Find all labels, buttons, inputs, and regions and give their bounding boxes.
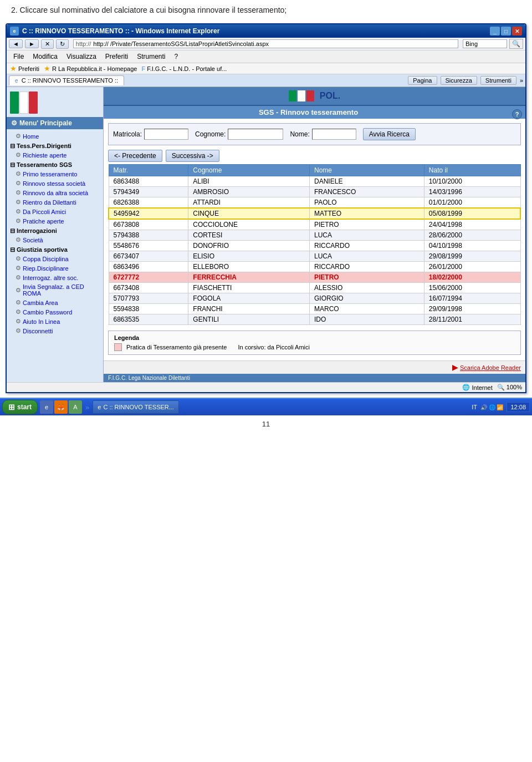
cell-cognome[interactable]: DONOFRIO (188, 241, 310, 251)
cell-nome[interactable]: ALESSIO (310, 283, 424, 293)
fav-item-repubblica[interactable]: ★ R La Repubblica.it - Homepage (44, 64, 137, 73)
taskbar-app-icon[interactable]: A (69, 400, 82, 414)
cell-nome[interactable]: PIETRO (310, 272, 424, 283)
cell-nato[interactable]: 28/06/2000 (424, 230, 520, 241)
menu-preferiti[interactable]: Preferiti (101, 52, 132, 62)
sidebar-item-piccoli-amici[interactable]: ⚙ Da Piccoli Amici (7, 207, 103, 216)
sidebar-item-coppa[interactable]: ⚙ Coppa Disciplina (7, 254, 103, 263)
menu-strumenti[interactable]: Strumenti (132, 52, 170, 62)
sidebar-item-invia-segnalaz[interactable]: ⚙ Invia Segnalaz. a CED ROMA (7, 282, 103, 298)
table-row[interactable]: 5707793FOGOLAGIORGIO16/07/1994 (109, 293, 520, 304)
table-row[interactable]: 5594838FRANCHIMARCO29/09/1998 (109, 304, 520, 314)
sidebar-item-richieste-aperte[interactable]: ⚙ Richieste aperte (7, 150, 103, 160)
cell-nome[interactable]: PIETRO (310, 219, 424, 230)
refresh-button[interactable]: ↻ (56, 39, 69, 49)
cell-nome[interactable]: MATTEO (310, 208, 424, 219)
cell-matr[interactable]: 6673407 (109, 251, 188, 262)
cell-nato[interactable]: 26/01/2000 (424, 262, 520, 272)
sidebar-item-aiuto[interactable]: ⚙ Aiuto In Linea (7, 317, 103, 326)
cell-nato[interactable]: 24/04/1998 (424, 219, 520, 230)
cell-matr[interactable]: 5794349 (109, 187, 188, 197)
cell-matr[interactable]: 5548676 (109, 241, 188, 251)
sicurezza-button[interactable]: Sicurezza (441, 76, 477, 85)
cell-matr[interactable]: 6673808 (109, 219, 188, 230)
cell-nome[interactable]: RICCARDO (310, 262, 424, 272)
forward-button[interactable]: ► (25, 39, 39, 48)
sidebar-item-interrogaz-altre[interactable]: ⚙ Interrogaz. altre soc. (7, 273, 103, 282)
table-row[interactable]: 6863496ELLEBORORICCARDO26/01/2000 (109, 262, 520, 272)
address-url[interactable]: http:// /Private/TesseramentoSGS/ListaPr… (93, 40, 456, 47)
table-row[interactable]: 6673408FIASCHETTIALESSIO15/06/2000 (109, 283, 520, 293)
table-row[interactable]: 5548676DONOFRIORICCARDO04/10/1998 (109, 241, 520, 251)
menu-visualizza[interactable]: Visualizza (62, 52, 101, 62)
cell-nome[interactable]: IDO (310, 314, 424, 325)
cell-nato[interactable]: 10/10/2000 (424, 176, 520, 187)
cell-matr[interactable]: 6863488 (109, 176, 188, 187)
cell-matr[interactable]: 5794388 (109, 230, 188, 241)
cell-nato[interactable]: 01/01/2000 (424, 197, 520, 209)
table-row[interactable]: 6673407ELISIOLUCA29/08/1999 (109, 251, 520, 262)
cell-cognome[interactable]: FOGOLA (188, 293, 310, 304)
cell-cognome[interactable]: ELISIO (188, 251, 310, 262)
adobe-label[interactable]: Scarica Adobe Reader (460, 364, 521, 371)
table-row[interactable]: 5495942CINQUEMATTEO05/08/1999 (109, 208, 520, 219)
cell-nato[interactable]: 16/07/1994 (424, 293, 520, 304)
cell-nato[interactable]: 04/10/1998 (424, 241, 520, 251)
table-row[interactable]: 5794388CORTESILUCA28/06/2000 (109, 230, 520, 241)
sidebar-item-societa[interactable]: ⚙ Società (7, 235, 103, 245)
sidebar-item-primo-tess[interactable]: ⚙ Primo tesseramento (7, 169, 103, 179)
cell-nome[interactable]: PAOLO (310, 197, 424, 209)
cell-nato[interactable]: 05/08/1999 (424, 208, 520, 219)
cell-nato[interactable]: 18/02/2000 (424, 272, 520, 283)
cell-nome[interactable]: LUCA (310, 230, 424, 241)
close-button[interactable]: ✕ (512, 27, 522, 35)
sidebar-item-pratiche-aperte[interactable]: ⚙ Pratiche aperte (7, 216, 103, 226)
cell-cognome[interactable]: FRANCHI (188, 304, 310, 314)
help-icon[interactable]: ? (512, 109, 522, 119)
sidebar-item-cambia-area[interactable]: ⚙ Cambia Area (7, 298, 103, 307)
prev-button[interactable]: <- Precedente (108, 150, 162, 162)
avvia-ricerca-button[interactable]: Avvia Ricerca (363, 128, 416, 140)
cell-matr[interactable]: 5707793 (109, 293, 188, 304)
cell-cognome[interactable]: FIASCHETTI (188, 283, 310, 293)
cell-nato[interactable]: 29/09/1998 (424, 304, 520, 314)
pagina-button[interactable]: Pagina (408, 76, 437, 85)
taskbar-ie-icon[interactable]: e (40, 400, 53, 414)
cell-cognome[interactable]: AMBROSIO (188, 187, 310, 197)
stop-button[interactable]: ✕ (41, 39, 54, 49)
taskbar-open-window[interactable]: e C :: RINNOVO TESSER... (93, 400, 179, 414)
table-row[interactable]: 6826388ATTARDIPAOLO01/01/2000 (109, 197, 520, 209)
active-tab[interactable]: e C :: RINNOVO TESSERAMENTO :: (9, 75, 124, 85)
cell-cognome[interactable]: FERRECCHIA (188, 272, 310, 283)
menu-help[interactable]: ? (170, 52, 183, 62)
cell-cognome[interactable]: CORTESI (188, 230, 310, 241)
sidebar-item-cambio-password[interactable]: ⚙ Cambio Password (7, 307, 103, 317)
menu-file[interactable]: File (9, 52, 28, 62)
table-row[interactable]: 6727772FERRECCHIAPIETRO18/02/2000 (109, 272, 520, 283)
cell-nome[interactable]: RICCARDO (310, 241, 424, 251)
cell-nome[interactable]: GIORGIO (310, 293, 424, 304)
taskbar-firefox-icon[interactable]: 🦊 (54, 400, 68, 414)
cell-matr[interactable]: 6673408 (109, 283, 188, 293)
cell-nome[interactable]: LUCA (310, 251, 424, 262)
cell-cognome[interactable]: COCCIOLONE (188, 219, 310, 230)
cell-nato[interactable]: 28/11/2001 (424, 314, 520, 325)
toolbar-more[interactable]: » (520, 77, 523, 84)
start-button[interactable]: ⊞ start (2, 400, 38, 414)
cell-nato[interactable]: 15/06/2000 (424, 283, 520, 293)
nome-input[interactable] (312, 129, 356, 140)
sidebar-item-disconnetti[interactable]: ⚙ Disconnetti (7, 326, 103, 336)
favorites-label[interactable]: ★ Preferiti (10, 64, 39, 73)
cell-cognome[interactable]: GENTILI (188, 314, 310, 325)
cell-nome[interactable]: DANIELE (310, 176, 424, 187)
strumenti-button[interactable]: Strumenti (480, 76, 516, 85)
minimize-button[interactable]: _ (490, 27, 500, 35)
fav-item-figc[interactable]: F F.I.G.C. - L.N.D. - Portale uf... (141, 65, 227, 72)
go-search-button[interactable]: 🔍 (509, 39, 523, 49)
cell-nome[interactable]: MARCO (310, 304, 424, 314)
sidebar-item-home[interactable]: ⚙ Home (7, 131, 103, 141)
menu-modifica[interactable]: Modifica (28, 52, 62, 62)
table-row[interactable]: 6673808COCCIOLONEPIETRO24/04/1998 (109, 219, 520, 230)
cell-nato[interactable]: 29/08/1999 (424, 251, 520, 262)
table-row[interactable]: 6863488ALIBIDANIELE10/10/2000 (109, 176, 520, 187)
